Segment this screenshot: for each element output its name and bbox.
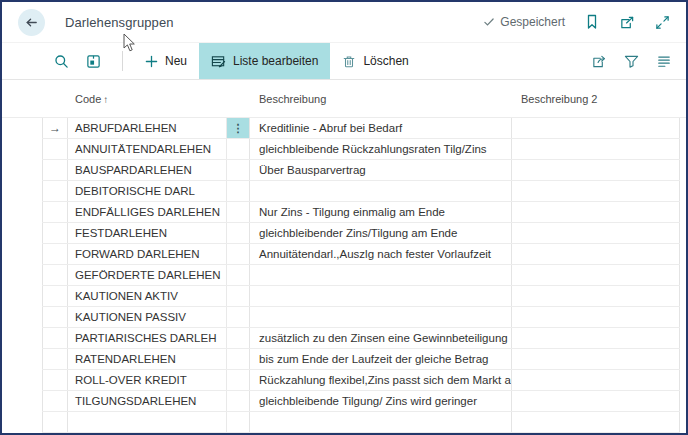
table-row[interactable]: → ABRUFDARLEHEN ⋮ Kreditlinie - Abruf be…: [42, 118, 680, 139]
row-description2-cell[interactable]: [512, 286, 680, 306]
row-code-cell[interactable]: KAUTIONEN AKTIV: [68, 286, 226, 306]
row-description-cell[interactable]: [250, 412, 512, 432]
row-menu-button[interactable]: ⋮: [226, 223, 250, 243]
bookmark-icon[interactable]: [585, 14, 599, 30]
row-description2-cell[interactable]: [512, 202, 680, 222]
row-selector-cell[interactable]: →: [42, 307, 68, 327]
row-menu-button[interactable]: ⋮: [226, 370, 250, 390]
row-selector-cell[interactable]: →: [42, 202, 68, 222]
table-row[interactable]: → FESTDARLEHEN ⋮ gleichbleibender Zins/T…: [42, 223, 680, 244]
table-row[interactable]: → GEFÖRDERTE DARLEHEN ⋮: [42, 265, 680, 286]
column-header-beschreibung[interactable]: Beschreibung: [250, 93, 512, 105]
row-description-cell[interactable]: gleichbleibender Zins/Tilgung am Ende: [250, 223, 512, 243]
row-description2-cell[interactable]: [512, 328, 680, 348]
row-code-cell[interactable]: [68, 412, 226, 432]
table-row[interactable]: → PARTIARISCHES DARLEH ⋮ zusätzlich zu d…: [42, 328, 680, 349]
row-menu-button[interactable]: ⋮: [226, 160, 250, 180]
row-selector-cell[interactable]: →: [42, 328, 68, 348]
row-code-cell[interactable]: ANNUITÄTENDARLEHEN: [68, 139, 226, 159]
row-description2-cell[interactable]: [512, 391, 680, 411]
row-menu-button[interactable]: ⋮: [226, 202, 250, 222]
row-description2-cell[interactable]: [512, 244, 680, 264]
row-description2-cell[interactable]: [512, 139, 680, 159]
row-description-cell[interactable]: [250, 265, 512, 285]
row-selector-cell[interactable]: →: [42, 412, 68, 432]
row-code-cell[interactable]: DEBITORISCHE DARL: [68, 181, 226, 201]
row-code-cell[interactable]: RATENDARLEHEN: [68, 349, 226, 369]
table-row[interactable]: → ENDFÄLLIGES DARLEHEN ⋮ Nur Zins - Tilg…: [42, 202, 680, 223]
table-row[interactable]: → RATENDARLEHEN ⋮ bis zum Ende der Laufz…: [42, 349, 680, 370]
open-in-new-window-icon[interactable]: [619, 15, 635, 30]
row-description-cell[interactable]: Kreditlinie - Abruf bei Bedarf: [250, 118, 512, 138]
row-code-cell[interactable]: BAUSPARDARLEHEN: [68, 160, 226, 180]
new-button[interactable]: Neu: [133, 43, 199, 79]
table-row[interactable]: → ⋮: [42, 412, 680, 433]
row-menu-button[interactable]: ⋮: [226, 265, 250, 285]
row-selector-cell[interactable]: →: [42, 160, 68, 180]
edit-list-button[interactable]: Liste bearbeiten: [199, 43, 330, 79]
row-selector-cell[interactable]: →: [42, 265, 68, 285]
row-code-cell[interactable]: KAUTIONEN PASSIV: [68, 307, 226, 327]
row-selector-cell[interactable]: →: [42, 286, 68, 306]
list-details-icon[interactable]: [656, 54, 672, 68]
row-description2-cell[interactable]: [512, 118, 680, 138]
row-code-cell[interactable]: GEFÖRDERTE DARLEHEN: [68, 265, 226, 285]
back-button[interactable]: [18, 9, 45, 36]
row-menu-button[interactable]: ⋮: [226, 118, 250, 138]
row-description-cell[interactable]: [250, 286, 512, 306]
table-row[interactable]: → ANNUITÄTENDARLEHEN ⋮ gleichbleibende R…: [42, 139, 680, 160]
table-row[interactable]: → KAUTIONEN AKTIV ⋮: [42, 286, 680, 307]
row-description-cell[interactable]: Nur Zins - Tilgung einmalig am Ende: [250, 202, 512, 222]
row-menu-button[interactable]: ⋮: [226, 307, 250, 327]
row-menu-button[interactable]: ⋮: [226, 181, 250, 201]
row-description-cell[interactable]: [250, 307, 512, 327]
row-description-cell[interactable]: bis zum Ende der Laufzeit der gleiche Be…: [250, 349, 512, 369]
share-icon[interactable]: [591, 54, 607, 69]
row-description2-cell[interactable]: [512, 223, 680, 243]
row-selector-cell[interactable]: →: [42, 181, 68, 201]
row-description-cell[interactable]: Rückzahlung flexibel,Zins passt sich dem…: [250, 370, 512, 390]
row-code-cell[interactable]: ABRUFDARLEHEN: [68, 118, 226, 138]
row-selector-cell[interactable]: →: [42, 223, 68, 243]
table-row[interactable]: → ROLL-OVER KREDIT ⋮ Rückzahlung flexibe…: [42, 370, 680, 391]
delete-button[interactable]: Löschen: [330, 43, 420, 79]
row-description2-cell[interactable]: [512, 370, 680, 390]
row-code-cell[interactable]: FORWARD DARLEHEN: [68, 244, 226, 264]
row-description2-cell[interactable]: [512, 349, 680, 369]
row-menu-button[interactable]: ⋮: [226, 349, 250, 369]
row-description2-cell[interactable]: [512, 160, 680, 180]
row-description2-cell[interactable]: [512, 181, 680, 201]
row-description-cell[interactable]: gleichbleibende Tilgung/ Zins wird gerin…: [250, 391, 512, 411]
row-code-cell[interactable]: PARTIARISCHES DARLEH: [68, 328, 226, 348]
search-button[interactable]: [48, 43, 74, 79]
row-menu-button[interactable]: ⋮: [226, 286, 250, 306]
table-row[interactable]: → DEBITORISCHE DARL ⋮: [42, 181, 680, 202]
row-selector-cell[interactable]: →: [42, 139, 68, 159]
row-menu-button[interactable]: ⋮: [226, 328, 250, 348]
row-selector-cell[interactable]: →: [42, 118, 68, 138]
table-row[interactable]: → BAUSPARDARLEHEN ⋮ Über Bausparvertrag: [42, 160, 680, 181]
row-description-cell[interactable]: gleichbleibende Rückzahlungsraten Tilg/Z…: [250, 139, 512, 159]
row-description-cell[interactable]: [250, 181, 512, 201]
row-code-cell[interactable]: TILGUNGSDARLEHEN: [68, 391, 226, 411]
column-header-beschreibung2[interactable]: Beschreibung 2: [512, 93, 597, 105]
row-description-cell[interactable]: zusätzlich zu den Zinsen eine Gewinnbete…: [250, 328, 512, 348]
table-row[interactable]: → KAUTIONEN PASSIV ⋮: [42, 307, 680, 328]
row-description2-cell[interactable]: [512, 412, 680, 432]
row-selector-cell[interactable]: →: [42, 244, 68, 264]
row-selector-cell[interactable]: →: [42, 391, 68, 411]
row-menu-button[interactable]: ⋮: [226, 139, 250, 159]
row-code-cell[interactable]: FESTDARLEHEN: [68, 223, 226, 243]
row-description-cell[interactable]: Annuitätendarl.,Auszlg nach fester Vorla…: [250, 244, 512, 264]
row-code-cell[interactable]: ENDFÄLLIGES DARLEHEN: [68, 202, 226, 222]
expand-icon[interactable]: [655, 15, 670, 30]
row-description-cell[interactable]: Über Bausparvertrag: [250, 160, 512, 180]
row-menu-button[interactable]: ⋮: [226, 244, 250, 264]
row-menu-button[interactable]: ⋮: [226, 412, 250, 432]
row-description2-cell[interactable]: [512, 265, 680, 285]
row-description2-cell[interactable]: [512, 307, 680, 327]
row-menu-button[interactable]: ⋮: [226, 391, 250, 411]
row-selector-cell[interactable]: →: [42, 349, 68, 369]
filter-icon[interactable]: [624, 54, 639, 69]
table-row[interactable]: → FORWARD DARLEHEN ⋮ Annuitätendarl.,Aus…: [42, 244, 680, 265]
